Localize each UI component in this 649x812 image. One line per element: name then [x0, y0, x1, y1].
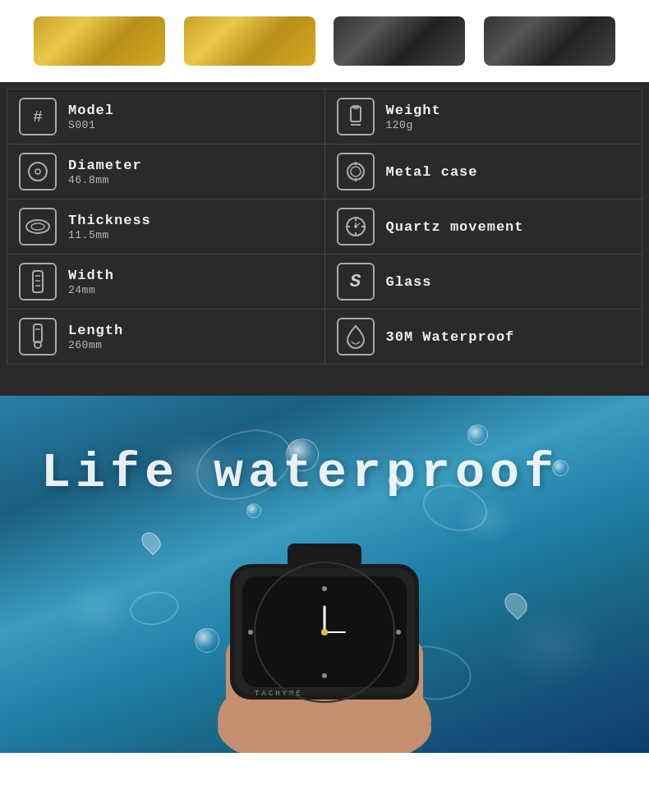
metalcase-label: Metal case	[386, 164, 478, 180]
bubble-2	[467, 424, 488, 445]
diameter-value: 46.8mm	[68, 174, 142, 186]
spec-row-5: Length 260mm 30M	[7, 310, 642, 365]
movement-icon	[337, 208, 375, 245]
spec-cell-model: # Model S001	[7, 89, 325, 145]
svg-point-34	[248, 630, 253, 635]
thumbnail-3[interactable]	[334, 16, 465, 66]
svg-point-3	[29, 163, 47, 181]
specs-bottom-spacer	[7, 365, 642, 389]
watch-hand-svg: TACHYME	[160, 474, 489, 753]
specs-section: # Model S001	[0, 82, 649, 396]
hash-icon: #	[19, 98, 57, 135]
thickness-label: Thickness	[68, 213, 151, 228]
spec-cell-glass: S Glass	[324, 255, 642, 310]
weight-value: 120g	[386, 119, 441, 131]
svg-point-32	[322, 586, 327, 591]
svg-point-10	[31, 223, 44, 230]
svg-point-38	[321, 629, 328, 635]
svg-point-6	[351, 167, 361, 177]
spec-cell-metalcase: Metal case	[324, 145, 642, 200]
thumbnail-strip	[0, 0, 649, 82]
length-label: Length	[68, 323, 123, 338]
width-label: Width	[68, 268, 114, 283]
spec-cell-diameter: Diameter 46.8mm	[7, 145, 325, 200]
case-icon	[337, 153, 375, 190]
waterproof-icon	[337, 318, 375, 356]
spec-row-4: Width 24mm S Glass	[7, 255, 642, 310]
weight-label: Weight	[386, 103, 441, 118]
quartz-label: Quartz movement	[386, 219, 524, 235]
svg-rect-23	[34, 324, 42, 342]
model-value: S001	[68, 119, 114, 131]
spec-cell-length: Length 260mm	[7, 310, 325, 365]
specs-table: # Model S001	[7, 89, 642, 365]
svg-rect-39	[288, 544, 361, 568]
watch-hand-container: TACHYME	[160, 474, 489, 753]
spec-cell-thickness: Thickness 11.5mm	[7, 200, 325, 255]
glass-icon: S	[337, 263, 375, 300]
spec-row-3: Thickness 11.5mm	[7, 200, 642, 255]
length-icon	[19, 318, 57, 356]
spec-cell-weight: Weight 120g	[324, 89, 642, 145]
thumbnail-1[interactable]	[34, 16, 165, 66]
spec-cell-width: Width 24mm	[7, 255, 325, 310]
spec-cell-waterproof: 30M Waterproof	[324, 310, 642, 365]
width-value: 24mm	[68, 284, 114, 296]
weight-icon	[337, 98, 375, 135]
svg-rect-19	[33, 271, 43, 292]
thumbnail-4[interactable]	[484, 16, 615, 66]
length-value: 260mm	[68, 339, 123, 351]
thickness-icon	[19, 208, 57, 245]
waterproof-section: Life waterproof TACH	[0, 396, 649, 753]
svg-point-4	[35, 169, 40, 174]
spec-cell-quartz: Quartz movement	[324, 200, 642, 255]
thickness-value: 11.5mm	[68, 229, 151, 241]
spec-row-1: # Model S001	[7, 89, 642, 145]
svg-point-5	[348, 163, 364, 180]
svg-point-35	[396, 630, 401, 635]
diameter-label: Diameter	[68, 158, 142, 173]
thumbnail-2[interactable]	[184, 16, 315, 66]
glass-label: Glass	[386, 274, 432, 290]
svg-point-9	[26, 220, 49, 233]
svg-point-33	[322, 673, 327, 678]
width-icon	[19, 263, 57, 300]
waterproof-label: 30M Waterproof	[386, 329, 515, 345]
model-label: Model	[68, 103, 114, 118]
spec-row-2: Diameter 46.8mm	[7, 145, 642, 200]
diameter-icon	[19, 153, 57, 190]
